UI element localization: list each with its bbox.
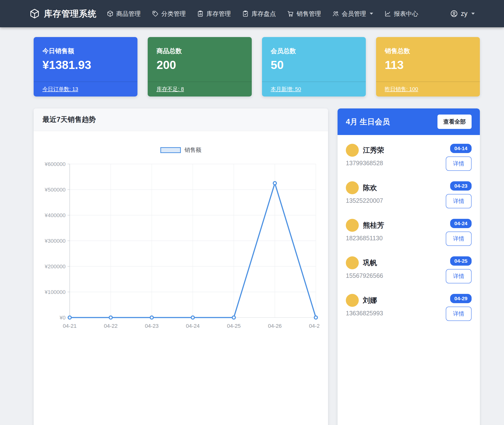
cart-icon [287,10,294,17]
nav-item-chart-line[interactable]: 报表中心 [384,10,418,18]
nav-item-label: 分类管理 [161,10,186,18]
member-row: 江秀荣 13799368528 04-14 详情 [346,144,472,171]
nav-menu: 商品管理 分类管理 库存管理 库存盘点 销售管理 会员管理 报表中心 [107,10,418,18]
svg-text:04-27: 04-27 [309,323,319,329]
main-row: 最近7天销售趋势 销售额 ¥0¥100000¥200000¥300000¥400… [34,108,504,425]
user-menu[interactable]: zy [450,10,475,18]
nav-item-clipboard-chart[interactable]: 库存管理 [197,10,231,18]
svg-text:¥400000: ¥400000 [44,212,66,218]
stat-footer: 昨日销售: 100 [376,82,480,97]
stat-label: 销售总数 [385,47,471,55]
sales-trend-card: 最近7天销售趋势 销售额 ¥0¥100000¥200000¥300000¥400… [34,108,328,425]
member-name: 熊桂芳 [363,221,384,230]
avatar [346,294,359,307]
stats-row: 今日销售额 ¥1381.93 今日订单数: 13 商品总数 200 库存不足: … [34,37,480,97]
nav-item-label: 库存盘点 [252,10,276,18]
chart-title: 最近7天销售趋势 [42,116,96,123]
stat-value: 113 [385,58,471,72]
user-name: zy [461,10,467,18]
svg-text:04-24: 04-24 [186,323,200,329]
nav-item-users[interactable]: 会员管理 [332,10,373,18]
brand[interactable]: 库存管理系统 [29,8,97,19]
svg-text:04-22: 04-22 [104,323,117,329]
cube-icon [107,10,114,17]
birthday-panel-title: 4月 生日会员 [346,117,390,127]
member-phone: 13636825993 [346,310,383,317]
svg-text:04-23: 04-23 [145,323,159,329]
nav-item-label: 库存管理 [206,10,231,18]
clipboard-check-icon [242,10,249,17]
member-row: 陈欢 13525220007 04-23 详情 [346,181,472,208]
nav-item-clipboard-check[interactable]: 库存盘点 [242,10,276,18]
svg-text:¥0: ¥0 [59,315,66,321]
nav-item-tag[interactable]: 分类管理 [152,10,186,18]
stat-label: 商品总数 [156,47,243,55]
member-detail-button[interactable]: 详情 [446,232,472,246]
member-name: 巩帆 [363,258,377,268]
svg-text:¥600000: ¥600000 [44,161,66,167]
svg-text:¥100000: ¥100000 [44,289,66,295]
member-phone: 15567926566 [346,272,383,279]
member-detail-button[interactable]: 详情 [446,269,472,283]
svg-text:¥500000: ¥500000 [44,187,66,193]
member-phone: 13525220007 [346,197,383,204]
svg-text:¥300000: ¥300000 [44,238,66,244]
avatar [346,256,359,269]
nav-item-label: 报表中心 [394,10,418,18]
stat-label: 今日销售额 [42,47,129,55]
stat-footer-link[interactable]: 库存不足: 8 [156,86,184,92]
avatar [346,219,359,232]
cube-logo-icon [29,8,40,19]
view-all-button[interactable]: 查看全部 [437,115,472,129]
nav-item-label: 销售管理 [297,10,321,18]
member-name: 江秀荣 [363,145,384,155]
stat-footer-link[interactable]: 今日订单数: 13 [42,86,78,92]
legend-swatch [160,147,181,153]
nav-item-label: 商品管理 [116,10,141,18]
member-detail-button[interactable]: 详情 [446,307,472,321]
clipboard-chart-icon [197,10,204,17]
member-row: 熊桂芳 18236851130 04-24 详情 [346,219,472,246]
stat-card: 会员总数 50 本月新增: 50 [262,37,366,97]
stat-label: 会员总数 [271,47,357,55]
chart-legend[interactable]: 销售额 [42,146,319,154]
stat-card: 今日销售额 ¥1381.93 今日订单数: 13 [34,37,137,97]
birthday-badge: 04-23 [450,181,472,191]
member-row: 巩帆 15567926566 04-25 详情 [346,256,472,283]
avatar [346,181,359,194]
stat-card: 销售总数 113 昨日销售: 100 [376,37,480,97]
svg-text:04-26: 04-26 [268,323,282,329]
stat-card: 商品总数 200 库存不足: 8 [148,37,252,97]
stat-footer-link[interactable]: 昨日销售: 100 [385,86,418,92]
stat-value: ¥1381.93 [42,58,129,72]
nav-item-cube[interactable]: 商品管理 [107,10,141,18]
nav-item-cart[interactable]: 销售管理 [287,10,321,18]
birthday-badge: 04-14 [450,144,472,153]
app: { "navbar": { "brand": { "title": "库存管理系… [0,0,504,425]
stat-value: 50 [271,58,357,72]
chart-line-icon [384,10,391,17]
member-detail-button[interactable]: 详情 [446,156,472,171]
stat-value: 200 [156,58,243,72]
brand-title: 库存管理系统 [44,8,97,19]
member-detail-button[interactable]: 详情 [446,194,472,208]
stat-footer: 库存不足: 8 [148,82,252,97]
birthday-badge: 04-24 [450,219,472,228]
tag-icon [152,10,159,17]
stat-footer-link[interactable]: 本月新增: 50 [271,86,301,92]
stat-footer: 今日订单数: 13 [34,82,137,97]
member-row: 刘娜 13636825993 04-29 详情 [346,294,472,321]
member-list: 江秀荣 13799368528 04-14 详情 陈欢 13525220007 … [338,135,480,321]
sales-trend-chart: ¥0¥100000¥200000¥300000¥400000¥500000¥60… [42,161,319,335]
legend-label: 销售额 [184,146,201,154]
svg-text:¥200000: ¥200000 [44,263,66,270]
birthday-badge: 04-25 [450,256,472,266]
svg-text:04-21: 04-21 [63,323,77,329]
chevron-down-icon [471,13,475,15]
user-circle-icon [450,10,458,18]
users-icon [332,10,339,17]
chevron-down-icon [370,13,373,15]
member-name: 刘娜 [363,296,377,305]
member-phone: 18236851130 [346,235,384,242]
birthday-members-panel: 4月 生日会员 查看全部 江秀荣 13799368528 04-14 详情 陈欢… [338,108,480,425]
